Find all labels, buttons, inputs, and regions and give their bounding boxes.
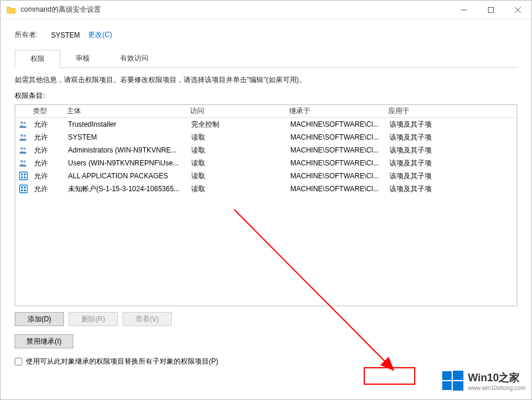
info-text: 如需其他信息，请双击权限项目。若要修改权限项目，请选择该项目并单击"编辑"(如果…	[15, 75, 517, 85]
maximize-button[interactable]	[477, 1, 504, 19]
disable-inheritance-button[interactable]: 禁用继承(I)	[15, 334, 73, 348]
svg-rect-1	[489, 7, 494, 12]
entry-access: 读取	[188, 158, 287, 168]
change-owner-link[interactable]: 更改(C)	[88, 30, 112, 40]
svg-rect-24	[453, 371, 463, 380]
svg-point-10	[21, 160, 23, 163]
entry-access: 完全控制	[188, 120, 287, 130]
entry-inherited: MACHINE\SOFTWARE\Cl...	[287, 133, 386, 141]
entry-applies: 该项及其子项	[386, 133, 517, 143]
permission-row[interactable]: 允许TrustedInstaller完全控制MACHINE\SOFTWARE\C…	[15, 118, 517, 131]
add-button[interactable]: 添加(D)	[15, 312, 64, 326]
entry-principal: SYSTEM	[65, 133, 188, 141]
col-inherited-header[interactable]: 继承于	[286, 105, 385, 117]
tab-permissions[interactable]: 权限	[15, 50, 60, 68]
remove-button[interactable]: 删除(R)	[69, 312, 118, 326]
owner-label: 所有者:	[15, 30, 51, 40]
entry-inherited: MACHINE\SOFTWARE\Cl...	[287, 146, 386, 154]
entry-applies: 该项及其子项	[386, 171, 517, 181]
svg-rect-23	[442, 371, 452, 380]
replace-children-row: 使用可从此对象继承的权限项目替换所有子对象的权限项目(P)	[15, 357, 517, 367]
svg-point-7	[23, 135, 26, 137]
entry-principal: TrustedInstaller	[65, 120, 188, 128]
permission-row[interactable]: 允许Administrators (WIN-N9TKVNRE...读取MACHI…	[15, 144, 517, 157]
svg-rect-13	[21, 174, 23, 175]
svg-point-11	[23, 161, 26, 163]
col-applies-header[interactable]: 应用于	[385, 105, 517, 117]
entry-applies: 该项及其子项	[386, 158, 517, 168]
tab-auditing[interactable]: 审核	[60, 50, 105, 68]
principal-icon	[16, 171, 31, 181]
col-access-header[interactable]: 访问	[187, 105, 286, 117]
col-icon-spacer	[15, 110, 29, 113]
principal-icon	[16, 120, 31, 129]
entry-inherited: MACHINE\SOFTWARE\Cl...	[287, 172, 386, 180]
permission-entries-label: 权限条目:	[15, 91, 517, 101]
svg-rect-16	[24, 177, 26, 178]
folder-icon	[6, 5, 16, 15]
entry-type: 允许	[31, 171, 65, 181]
entry-access: 读取	[188, 171, 287, 181]
replace-children-checkbox[interactable]	[15, 358, 22, 365]
principal-icon	[16, 133, 31, 142]
col-principal-header[interactable]: 主体	[63, 105, 187, 117]
svg-rect-26	[453, 381, 463, 391]
entry-principal: 未知帐户(S-1-15-3-1024-1065365...	[65, 184, 188, 194]
svg-rect-19	[24, 187, 26, 188]
entry-principal: Administrators (WIN-N9TKVNRE...	[65, 146, 188, 154]
entry-type: 允许	[31, 158, 65, 168]
entry-principal: Users (WIN-N9TKVNREPNF\Use...	[65, 159, 188, 167]
inherit-row: 禁用继承(I)	[15, 334, 517, 348]
svg-point-9	[23, 148, 26, 150]
permission-row[interactable]: 允许Users (WIN-N9TKVNREPNF\Use...读取MACHINE…	[15, 157, 517, 170]
svg-rect-21	[24, 189, 26, 191]
content-area: 所有者: SYSTEM 更改(C) 权限 审核 有效访问 如需其他信息，请双击权…	[1, 19, 531, 372]
watermark-url: www.win10xitong.com	[468, 385, 526, 391]
svg-rect-15	[21, 177, 23, 178]
svg-point-8	[21, 147, 23, 150]
svg-rect-12	[20, 172, 28, 180]
principal-icon	[16, 184, 31, 194]
owner-row: 所有者: SYSTEM 更改(C)	[15, 30, 517, 40]
principal-icon	[16, 158, 31, 168]
entry-access: 读取	[188, 133, 287, 143]
tab-effective-access[interactable]: 有效访问	[105, 50, 164, 68]
entry-applies: 该项及其子项	[386, 120, 517, 130]
permission-row[interactable]: 允许SYSTEM读取MACHINE\SOFTWARE\Cl...该项及其子项	[15, 131, 517, 144]
svg-rect-20	[21, 189, 23, 191]
col-type-header[interactable]: 类型	[29, 105, 63, 117]
principal-icon	[16, 145, 31, 155]
windows-logo-icon	[441, 369, 465, 392]
svg-point-5	[23, 122, 26, 124]
permission-row[interactable]: 允许未知帐户(S-1-15-3-1024-1065365...读取MACHINE…	[15, 182, 517, 195]
entry-inherited: MACHINE\SOFTWARE\Cl...	[287, 185, 386, 193]
watermark-title: Win10之家	[468, 371, 526, 385]
permission-row[interactable]: 允许ALL APPLICATION PACKAGES读取MACHINE\SOFT…	[15, 170, 517, 182]
view-button[interactable]: 查看(V)	[123, 312, 172, 326]
window-controls	[450, 1, 531, 19]
action-buttons-row: 添加(D) 删除(R) 查看(V)	[15, 312, 517, 326]
entry-access: 读取	[188, 145, 287, 155]
entry-type: 允许	[31, 145, 65, 155]
svg-point-6	[21, 134, 23, 137]
svg-rect-17	[20, 185, 28, 193]
watermark: Win10之家 www.win10xitong.com	[441, 369, 526, 392]
entry-type: 允许	[31, 120, 65, 130]
tabs: 权限 审核 有效访问	[15, 49, 517, 68]
minimize-button[interactable]	[450, 1, 477, 19]
close-button[interactable]	[504, 1, 531, 19]
svg-point-4	[21, 121, 23, 124]
svg-rect-14	[24, 174, 26, 175]
entry-inherited: MACHINE\SOFTWARE\Cl...	[287, 159, 386, 167]
advanced-security-window: command的高级安全设置 所有者: SYSTEM 更改(C) 权限 审核 有…	[0, 0, 532, 400]
entry-inherited: MACHINE\SOFTWARE\Cl...	[287, 120, 386, 128]
entry-type: 允许	[31, 133, 65, 143]
owner-value: SYSTEM	[51, 31, 80, 39]
permission-list-header: 类型 主体 访问 继承于 应用于	[15, 105, 517, 118]
svg-rect-25	[442, 381, 452, 390]
window-title: command的高级安全设置	[21, 5, 450, 15]
titlebar: command的高级安全设置	[1, 1, 531, 19]
permission-list[interactable]: 类型 主体 访问 继承于 应用于 允许TrustedInstaller完全控制M…	[15, 104, 517, 306]
entry-applies: 该项及其子项	[386, 145, 517, 155]
entry-principal: ALL APPLICATION PACKAGES	[65, 172, 188, 180]
